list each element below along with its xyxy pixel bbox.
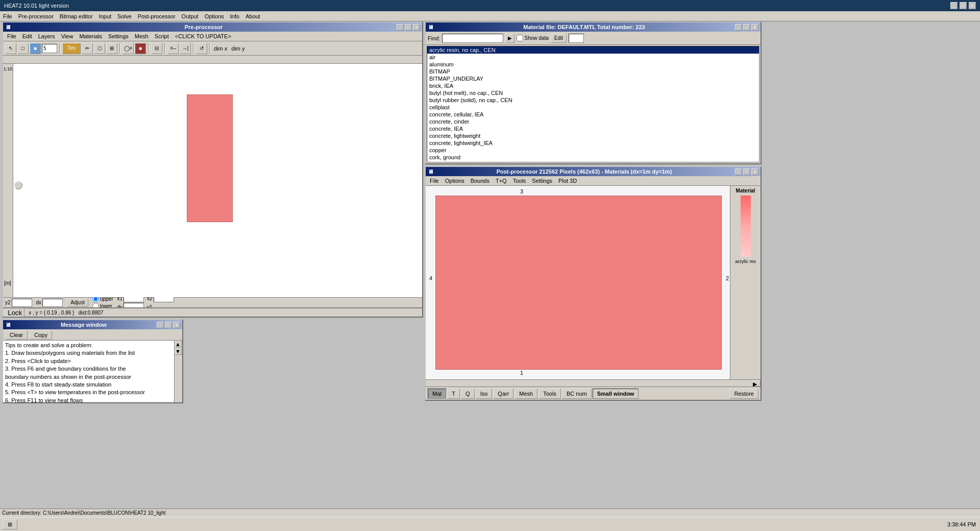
material-item[interactable]: brick, IEA xyxy=(427,82,759,89)
menu-preprocessor[interactable]: Pre-processor xyxy=(15,13,57,20)
postproc-menu-bounds[interactable]: Bounds xyxy=(468,177,493,184)
pp-qarr-btn[interactable]: Qarr xyxy=(493,389,513,399)
material-item[interactable]: concrete, lightweight xyxy=(427,132,759,139)
toolbar-zoom-out-btn[interactable]: ◯× xyxy=(122,43,134,54)
toolbar-zoom-in-btn[interactable]: ■ xyxy=(135,43,146,54)
scrollbar-up-btn[interactable]: ▲ xyxy=(175,341,182,348)
show-data-checkbox[interactable] xyxy=(517,35,523,41)
menu-bitmap-editor[interactable]: Bitmap editor xyxy=(57,13,96,20)
preproc-menu-file[interactable]: File xyxy=(4,33,19,40)
find-input[interactable] xyxy=(442,34,503,43)
postproc-scrollbar-h[interactable]: ▶ xyxy=(426,379,761,387)
toolbar-draw-btn[interactable]: ✏ xyxy=(82,43,93,54)
pp-smallwindow-btn[interactable]: Small window xyxy=(593,389,639,399)
toolbar-zoom-input[interactable] xyxy=(42,44,57,53)
toolbar-poly-btn[interactable]: ⬡ xyxy=(94,43,105,54)
preproc-maximize-btn[interactable]: □ xyxy=(405,24,412,31)
pp-mat-btn[interactable]: Mat xyxy=(428,389,446,399)
canvas-content[interactable] xyxy=(13,64,422,297)
preproc-canvas-area[interactable]: 1:10 [m] xyxy=(3,56,422,297)
postproc-menu-file[interactable]: File xyxy=(427,177,442,184)
postproc-menu-options[interactable]: Options xyxy=(442,177,468,184)
material-item[interactable]: butyl (hot melt), no cap., CEN xyxy=(427,89,759,96)
material-item[interactable]: air xyxy=(427,54,759,61)
material-item[interactable]: BITMAP_UNDERLAY xyxy=(427,75,759,82)
message-close-btn[interactable]: × xyxy=(173,322,180,328)
material-item[interactable]: cork, ground xyxy=(427,154,759,161)
pp-t-btn[interactable]: T xyxy=(447,389,460,399)
material-item[interactable]: BITMAP xyxy=(427,68,759,75)
y2-input[interactable] xyxy=(12,299,32,307)
menu-output[interactable]: Output xyxy=(179,13,202,20)
message-content[interactable]: Tips to create and solve a problem:1. Dr… xyxy=(3,341,174,402)
preproc-menu-settings[interactable]: Settings xyxy=(105,33,132,40)
material-list[interactable]: acrylic resin, no cap., CENairaluminumBI… xyxy=(427,46,760,162)
preproc-menu-mesh[interactable]: Mesh xyxy=(132,33,152,40)
lock-btn[interactable]: Lock xyxy=(5,308,24,317)
material-item[interactable]: aluminum xyxy=(427,61,759,68)
material-item[interactable]: copper xyxy=(427,147,759,154)
toolbar-grid2-btn[interactable]: ⊟ xyxy=(151,43,162,54)
pp-iso-btn[interactable]: Iso xyxy=(476,389,493,399)
material-item[interactable]: butyl rubber (solid), no cap., CEN xyxy=(427,96,759,104)
preproc-menu-script[interactable]: Script xyxy=(152,33,172,40)
menu-postprocessor[interactable]: Post-processor xyxy=(135,13,179,20)
postproc-menu-settings[interactable]: Settings xyxy=(529,177,555,184)
material-item[interactable]: concrete, cinder xyxy=(427,118,759,125)
postproc-maximize-btn[interactable]: □ xyxy=(743,168,750,175)
postproc-minimize-btn[interactable]: _ xyxy=(735,168,742,175)
menu-input[interactable]: Input xyxy=(96,13,114,20)
toolbar-tim-btn[interactable]: Tim xyxy=(62,43,81,54)
postproc-menu-tools[interactable]: Tools xyxy=(510,177,529,184)
material-item[interactable]: concrete, cellular, IEA xyxy=(427,111,759,118)
material-edit-btn[interactable]: Edit xyxy=(551,34,567,43)
pp-bcnum-btn[interactable]: BC num xyxy=(562,389,592,399)
pp-mesh-btn[interactable]: Mesh xyxy=(514,389,537,399)
menu-solve[interactable]: Solve xyxy=(114,13,135,20)
canvas-scrollhandle[interactable] xyxy=(14,181,22,189)
toolbar-fill-btn[interactable]: ■ xyxy=(30,43,41,54)
postproc-menu-plot3d[interactable]: Plot 3D xyxy=(555,177,580,184)
message-minimize-btn[interactable]: _ xyxy=(157,322,164,328)
preproc-menu-materials[interactable]: Materials xyxy=(76,33,105,40)
preproc-menu-layers[interactable]: Layers xyxy=(35,33,58,40)
start-btn[interactable]: ⊞ xyxy=(2,519,17,529)
pp-tools-btn[interactable]: Tools xyxy=(538,389,561,399)
scrollbar-right-btn[interactable]: ▶ xyxy=(752,380,761,387)
material-maximize-btn[interactable]: □ xyxy=(743,24,750,31)
message-scrollbar[interactable]: ▲ ▼ xyxy=(174,341,182,402)
preproc-close-btn[interactable]: × xyxy=(413,24,420,31)
menu-info[interactable]: Info xyxy=(227,13,242,20)
menu-about[interactable]: About xyxy=(242,13,263,20)
material-close-btn[interactable]: × xyxy=(751,24,758,31)
pp-q-btn[interactable]: Q xyxy=(461,389,475,399)
pp-restore-btn[interactable]: Restore xyxy=(729,389,758,399)
preproc-menu-edit[interactable]: Edit xyxy=(19,33,35,40)
material-item[interactable]: concrete, IEA xyxy=(427,125,759,132)
message-clear-btn[interactable]: Clear xyxy=(5,330,28,340)
menu-file[interactable]: File xyxy=(0,13,15,20)
material-item[interactable]: acrylic resin, no cap., CEN xyxy=(427,46,759,54)
preproc-menu-update[interactable]: <CLICK TO UPDATE> xyxy=(172,33,234,40)
app-close-btn[interactable]: × xyxy=(969,2,976,9)
toolbar-refresh-btn[interactable]: ↺ xyxy=(196,43,207,54)
scrollbar-down-btn[interactable]: ▼ xyxy=(175,348,182,355)
postproc-canvas[interactable]: 3 2 1 4 Material acrylic res xyxy=(426,186,761,379)
material-page-input[interactable] xyxy=(569,34,584,43)
adjust-btn[interactable]: Adjust xyxy=(67,299,88,307)
material-item[interactable]: concrete, lightweight_IEA xyxy=(427,139,759,147)
app-maximize-btn[interactable]: □ xyxy=(960,2,967,9)
menu-options[interactable]: Options xyxy=(202,13,227,20)
find-btn[interactable]: ▶ xyxy=(505,34,514,43)
toolbar-rect-btn[interactable]: □ xyxy=(17,43,29,54)
postproc-menu-tq[interactable]: T+Q xyxy=(493,177,510,184)
preproc-minimize-btn[interactable]: _ xyxy=(397,24,404,31)
app-minimize-btn[interactable]: _ xyxy=(950,2,958,9)
toolbar-select-btn[interactable]: ↖ xyxy=(5,43,16,54)
preproc-menu-view[interactable]: View xyxy=(58,33,77,40)
toolbar-cross-btn[interactable]: ×– xyxy=(167,43,179,54)
material-item[interactable]: cork, ground, regranulated xyxy=(427,161,759,162)
toolbar-arrow-btn[interactable]: →| xyxy=(180,43,191,54)
material-minimize-btn[interactable]: _ xyxy=(735,24,742,31)
material-item[interactable]: cellplast xyxy=(427,104,759,111)
